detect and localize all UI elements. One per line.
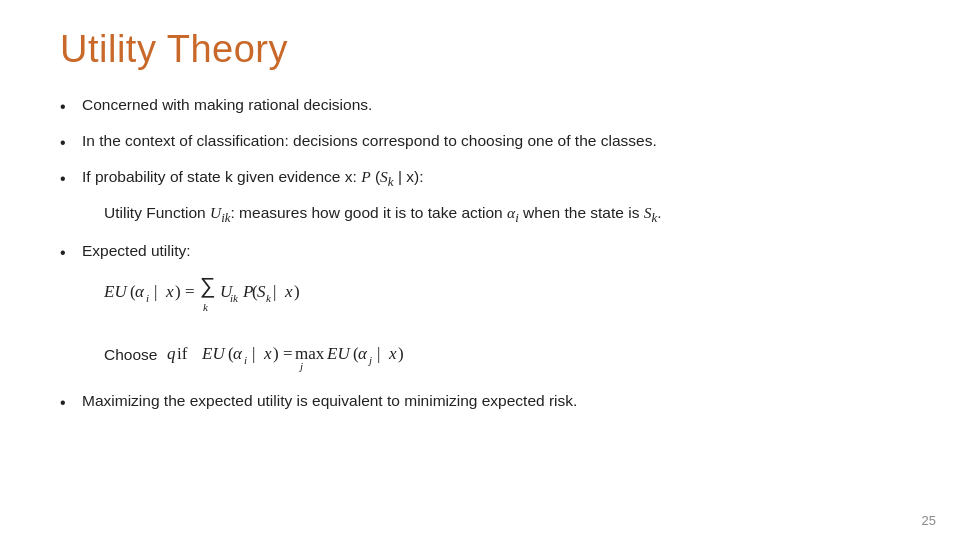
svg-text:k: k — [203, 301, 209, 313]
svg-text:x: x — [263, 344, 272, 363]
svg-text:EU: EU — [201, 344, 226, 363]
svg-text:α: α — [233, 344, 243, 363]
svg-text:j: j — [367, 354, 372, 366]
svg-text:|: | — [273, 282, 276, 301]
math-sk: Sk — [380, 168, 393, 185]
svg-text:x: x — [165, 282, 174, 301]
svg-text:x: x — [284, 282, 293, 301]
choose-formula-line: Choose q if EU ( α i | x ) = max j — [104, 335, 900, 375]
bullet-text-3: If probability of state k given evidence… — [82, 165, 900, 191]
svg-text:ik: ik — [230, 292, 239, 304]
utility-function-desc: Utility Function Uik: measures how good … — [104, 201, 900, 228]
bullet-2: • In the context of classification: deci… — [60, 129, 900, 155]
svg-text:α: α — [135, 282, 145, 301]
bullet-text-2: In the context of classification: decisi… — [82, 129, 900, 152]
svg-text:i: i — [146, 292, 149, 304]
svg-text:∑: ∑ — [200, 275, 216, 298]
bullet-dot-3: • — [60, 167, 82, 191]
bullet-dot-1: • — [60, 95, 82, 119]
svg-text:EU: EU — [104, 282, 128, 301]
svg-text:) =: ) = — [273, 344, 293, 363]
svg-text:x: x — [388, 344, 397, 363]
svg-text:): ) — [398, 344, 404, 363]
bullet-text-1: Concerned with making rational decisions… — [82, 93, 900, 116]
bullet-text-5: Maximizing the expected utility is equiv… — [82, 389, 900, 412]
math-formulas: EU ( α i | x ) = ∑ k U ik P ( S — [104, 275, 900, 375]
eu-formula-svg: EU ( α i | x ) = ∑ k U ik P ( S — [104, 275, 424, 327]
svg-text:if: if — [177, 344, 188, 363]
page-number: 25 — [922, 513, 936, 528]
svg-text:α: α — [358, 344, 368, 363]
eu-formula-line: EU ( α i | x ) = ∑ k U ik P ( S — [104, 275, 900, 327]
bullet-dot-2: • — [60, 131, 82, 155]
choose-label: Choose — [104, 346, 157, 364]
bullet-5: • Maximizing the expected utility is equ… — [60, 389, 900, 415]
bullet-text-4: Expected utility: — [82, 239, 900, 262]
svg-text:) =: ) = — [175, 282, 195, 301]
bullet-dot-5: • — [60, 391, 82, 415]
svg-text:S: S — [257, 282, 266, 301]
svg-text:|: | — [377, 344, 380, 363]
math-p: P — [361, 168, 370, 185]
math-sk2: Sk — [644, 204, 657, 221]
bullet-dot-4: • — [60, 241, 82, 265]
svg-text:): ) — [294, 282, 300, 301]
svg-text:|: | — [154, 282, 157, 301]
svg-text:EU: EU — [326, 344, 351, 363]
slide: Utility Theory • Concerned with making r… — [0, 0, 960, 540]
svg-text:i: i — [244, 354, 247, 366]
svg-text:q: q — [167, 344, 176, 363]
math-uik: Uik — [210, 204, 231, 221]
bullet-4: • Expected utility: — [60, 239, 900, 265]
bullet-3: • If probability of state k given eviden… — [60, 165, 900, 191]
slide-content: • Concerned with making rational decisio… — [60, 93, 900, 520]
slide-title: Utility Theory — [60, 28, 900, 71]
svg-text:|: | — [252, 344, 255, 363]
math-alphai: αi — [507, 204, 519, 221]
bullet-1: • Concerned with making rational decisio… — [60, 93, 900, 119]
choose-formula-svg: q if EU ( α i | x ) = max j EU ( — [167, 335, 627, 375]
svg-text:k: k — [266, 292, 272, 304]
